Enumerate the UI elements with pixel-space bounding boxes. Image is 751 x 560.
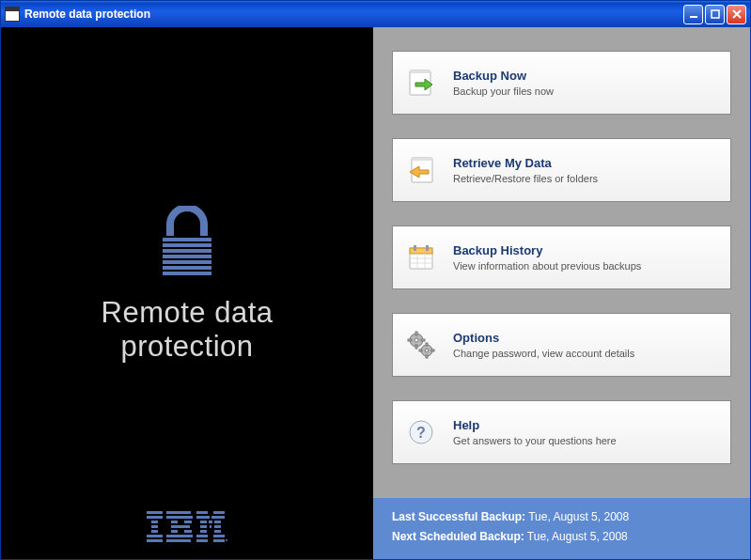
backup-now-card[interactable]: Backup Now Backup your files now	[392, 51, 731, 115]
svg-rect-3	[163, 243, 211, 247]
close-button[interactable]	[727, 5, 746, 24]
svg-rect-22	[184, 530, 192, 533]
svg-rect-10	[147, 516, 163, 519]
maximize-button[interactable]	[705, 5, 725, 24]
svg-rect-28	[211, 516, 225, 519]
card-text: Help Get answers to your questions here	[453, 418, 717, 446]
help-card[interactable]: ? Help Get answers to your questions her…	[392, 400, 731, 464]
svg-point-41	[226, 539, 227, 541]
help-icon: ?	[406, 417, 436, 447]
ibm-logo	[147, 511, 227, 545]
card-desc: Change password, view account details	[453, 348, 717, 359]
options-card[interactable]: Options Change password, view account de…	[392, 313, 731, 377]
status-next-label: Next Scheduled Backup:	[392, 530, 524, 543]
svg-rect-17	[166, 516, 193, 519]
status-bar: Last Successful Backup: Tue, August 5, 2…	[373, 498, 750, 559]
svg-rect-53	[426, 245, 429, 251]
svg-rect-0	[690, 16, 697, 18]
svg-rect-35	[200, 530, 207, 533]
svg-rect-12	[151, 525, 158, 528]
svg-rect-36	[214, 530, 221, 533]
svg-rect-14	[147, 535, 163, 537]
card-text: Backup History View information about pr…	[453, 243, 717, 272]
history-icon	[406, 242, 436, 272]
svg-rect-13	[151, 530, 158, 533]
svg-rect-33	[210, 525, 211, 528]
card-desc: Retrieve/Restore files or folders	[453, 173, 717, 184]
svg-rect-27	[196, 516, 210, 519]
svg-rect-1	[712, 10, 719, 18]
svg-rect-25	[196, 511, 208, 514]
titlebar: Remote data protection	[1, 1, 750, 27]
svg-rect-47	[410, 248, 432, 254]
svg-rect-43	[410, 70, 430, 73]
svg-rect-30	[209, 521, 212, 523]
svg-rect-7	[163, 266, 211, 270]
svg-text:?: ?	[416, 425, 426, 441]
status-last: Last Successful Backup: Tue, August 5, 2…	[392, 507, 731, 528]
right-panel: Backup Now Backup your files now Retriev…	[373, 27, 750, 559]
app-window: Remote data protection	[0, 0, 751, 560]
svg-rect-63	[426, 355, 428, 358]
svg-rect-19	[184, 521, 192, 523]
retrieve-icon	[406, 155, 436, 185]
svg-rect-59	[421, 339, 425, 341]
card-title: Options	[453, 331, 717, 345]
options-icon	[406, 330, 436, 360]
card-title: Retrieve My Data	[453, 156, 717, 170]
card-title: Backup Now	[453, 69, 717, 83]
app-title-l1: Remote data	[102, 296, 274, 329]
content: Remote data protection	[1, 27, 750, 559]
card-desc: Get answers to your questions here	[453, 435, 717, 446]
card-title: Help	[453, 418, 717, 432]
minimize-button[interactable]	[683, 5, 703, 24]
svg-rect-2	[163, 238, 211, 241]
svg-rect-24	[166, 539, 191, 542]
hero-graphic: Remote data protection	[1, 206, 373, 363]
svg-rect-34	[214, 525, 221, 528]
cards-container: Backup Now Backup your files now Retriev…	[373, 27, 750, 498]
svg-point-61	[425, 349, 429, 352]
svg-rect-21	[171, 530, 178, 533]
app-title-l2: protection	[120, 330, 253, 363]
svg-rect-45	[412, 158, 432, 161]
svg-rect-18	[171, 521, 178, 523]
svg-rect-57	[415, 345, 417, 349]
svg-rect-40	[213, 539, 225, 542]
svg-rect-39	[196, 539, 208, 542]
svg-rect-23	[166, 535, 193, 537]
svg-point-55	[415, 338, 418, 342]
backup-history-card[interactable]: Backup History View information about pr…	[392, 226, 731, 289]
svg-rect-52	[414, 245, 416, 251]
svg-rect-37	[196, 535, 208, 537]
status-next: Next Scheduled Backup: Tue, August 5, 20…	[392, 527, 731, 548]
svg-rect-6	[163, 260, 211, 264]
svg-rect-56	[415, 332, 417, 335]
svg-rect-58	[408, 339, 412, 341]
status-next-value: Tue, August 5, 2008	[527, 530, 628, 543]
svg-rect-32	[200, 525, 207, 528]
left-panel: Remote data protection	[1, 27, 373, 559]
card-text: Retrieve My Data Retrieve/Restore files …	[453, 156, 717, 184]
lock-icon	[157, 206, 217, 279]
svg-rect-29	[200, 521, 207, 523]
card-text: Options Change password, view account de…	[453, 331, 717, 359]
svg-rect-65	[431, 350, 434, 351]
card-desc: Backup your files now	[453, 86, 717, 97]
backup-now-icon	[406, 68, 436, 98]
svg-rect-16	[166, 511, 191, 514]
svg-rect-38	[213, 535, 225, 537]
svg-rect-64	[419, 350, 422, 351]
svg-rect-31	[214, 521, 221, 523]
svg-rect-9	[147, 511, 163, 514]
card-desc: View information about previous backups	[453, 260, 717, 272]
svg-rect-4	[163, 249, 211, 253]
svg-rect-26	[213, 511, 225, 514]
retrieve-data-card[interactable]: Retrieve My Data Retrieve/Restore files …	[392, 138, 731, 202]
window-controls	[683, 5, 746, 24]
status-last-value: Tue, August 5, 2008	[528, 510, 629, 523]
window-title: Remote data protection	[24, 8, 683, 21]
status-last-label: Last Successful Backup:	[392, 510, 525, 523]
svg-rect-20	[171, 525, 190, 528]
floppy-icon	[5, 7, 20, 22]
